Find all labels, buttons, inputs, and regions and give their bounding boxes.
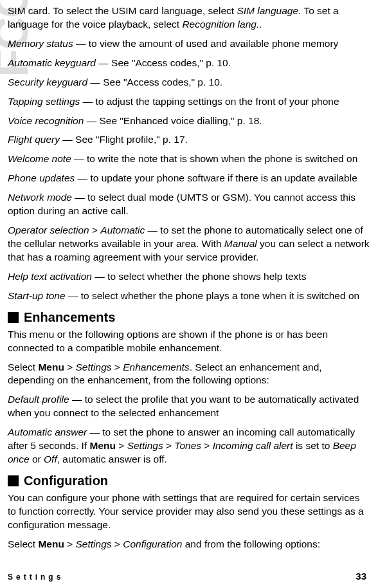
term: Voice recognition (8, 115, 84, 126)
text: — See "Enhanced voice dialling," p. 18. (84, 115, 262, 126)
paragraph: SIM card. To select the USIM card langua… (8, 5, 370, 32)
paragraph: Select Menu > Settings > Enhancements. S… (8, 361, 370, 388)
menu-path: Configuration (123, 538, 182, 549)
text: — to update your phone software if there… (75, 172, 357, 183)
text: — to select whether the phone shows help… (92, 271, 306, 282)
paragraph: Start-up tone — to select whether the ph… (8, 289, 370, 303)
paragraph: Tapping settings — to adjust the tapping… (8, 95, 370, 109)
text: and from the following options: (182, 538, 320, 549)
text: > (64, 538, 76, 549)
text: Select (8, 538, 38, 549)
paragraph: Flight query — See "Flight profile," p. … (8, 133, 370, 147)
menu-path: Settings (127, 440, 163, 451)
text: — to write the note that is shown when t… (71, 153, 357, 164)
menu-path: Settings (76, 538, 112, 549)
paragraph: Voice recognition — See "Enhanced voice … (8, 115, 370, 128)
square-marker-icon (8, 312, 19, 323)
text: > (163, 440, 175, 451)
term: Automatic keyguard (8, 57, 96, 68)
term: Phone updates (8, 172, 75, 183)
menu-path: Menu (90, 440, 116, 451)
paragraph: Help text activation — to select whether… (8, 270, 370, 284)
paragraph: Security keyguard — See "Access codes," … (8, 76, 370, 89)
paragraph: Default profile — to select the profile … (8, 393, 370, 420)
term: Recognition lang. (182, 19, 259, 30)
section-heading-configuration: Configuration (8, 472, 370, 490)
heading-text: Enhancements (24, 309, 115, 326)
term: Off (44, 454, 57, 464)
paragraph: Memory status — to view the amount of us… (8, 37, 370, 51)
term: Operator selection (8, 225, 89, 235)
text: , automatic answer is off. (57, 454, 167, 464)
text: SIM card. To select the USIM card langua… (8, 5, 237, 16)
term: Tapping settings (8, 96, 80, 107)
text: — See "Flight profile," p. 17. (60, 134, 188, 145)
menu-path: Enhancements (123, 362, 189, 372)
term: Security keyguard (8, 77, 87, 87)
paragraph: Network mode — to select dual mode (UMTS… (8, 191, 370, 218)
text: > (116, 440, 127, 451)
heading-text: Configuration (24, 472, 108, 490)
paragraph: Phone updates — to update your phone sof… (8, 172, 370, 185)
text: — See "Access codes," p. 10. (96, 57, 231, 68)
menu-path: Menu (38, 538, 64, 549)
term: Automatic (100, 225, 145, 235)
term: Network mode (8, 192, 72, 203)
section-heading-enhancements: Enhancements (8, 309, 370, 326)
text: — to adjust the tapping settings on the … (80, 96, 339, 107)
paragraph: Operator selection > Automatic — to set … (8, 224, 370, 264)
text: is set to (293, 440, 333, 451)
text: . (259, 19, 262, 30)
paragraph: Select Menu > Settings > Configuration a… (8, 538, 370, 551)
paragraph: Automatic keyguard — See "Access codes,"… (8, 57, 370, 70)
paragraph: You can configure your phone with settin… (8, 492, 370, 532)
term: Manual (224, 238, 257, 249)
term: Automatic answer (8, 427, 87, 437)
text: — to view the amount of used and availab… (73, 38, 339, 49)
text: > (89, 225, 101, 235)
text: > (112, 538, 123, 549)
term: Flight query (8, 134, 60, 145)
page-footer: Settings 33 (8, 570, 366, 583)
footer-page-number: 33 (356, 570, 366, 583)
square-marker-icon (8, 475, 19, 486)
menu-path: Incoming call alert (213, 440, 293, 451)
footer-section-label: Settings (8, 572, 64, 582)
paragraph: Automatic answer — to set the phone to a… (8, 426, 370, 466)
paragraph: This menu or the following options are s… (8, 328, 370, 355)
menu-path: Settings (76, 362, 112, 372)
paragraph: Welcome note — to write the note that is… (8, 152, 370, 166)
term: SIM language (237, 5, 298, 16)
text: > (201, 440, 213, 451)
page-content: SIM card. To select the USIM card langua… (8, 5, 370, 551)
term: Memory status (8, 38, 73, 49)
text: or (30, 454, 44, 464)
term: Welcome note (8, 153, 71, 164)
term: Start-up tone (8, 290, 66, 301)
text: — See "Access codes," p. 10. (87, 77, 222, 87)
text: > (112, 362, 123, 372)
menu-path: Menu (38, 362, 64, 372)
term: Default profile (8, 394, 69, 405)
text: Select (8, 362, 38, 372)
text: — to select whether the phone plays a to… (66, 290, 360, 301)
menu-path: Tones (174, 440, 201, 451)
term: Help text activation (8, 271, 92, 282)
text: > (64, 362, 76, 372)
